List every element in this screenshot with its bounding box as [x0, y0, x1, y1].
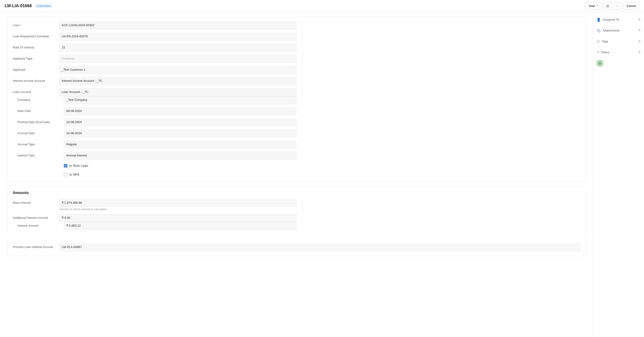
process-loan-row: Process Loan Interest Accrual LM-PLA-008… [13, 243, 580, 251]
tags-label: Tags [602, 40, 608, 43]
tags-icon: 🏷 [596, 40, 600, 43]
accrual-date-label: Accrual Date [18, 130, 62, 135]
start-date-value[interactable]: 06-08-2024 [64, 107, 296, 115]
posting-date-value[interactable]: 10-08-2024 [64, 118, 296, 126]
accrual-type-value[interactable]: Regular [64, 141, 296, 148]
rate-label: Rate Of Interest [13, 44, 57, 49]
assigned-to-add-icon[interactable]: + [638, 17, 641, 22]
additional-interest-value[interactable]: ₹ 0.00 [59, 214, 296, 222]
accrual-type-field-row: Accrual Type Regular [18, 141, 296, 148]
applicant-type-label: Applicant Type [13, 55, 57, 60]
interest-income-value[interactable]: Interest Income Account - _TC [59, 77, 296, 85]
status-badge: Submitted [35, 4, 52, 8]
view-button[interactable]: View ⌃ [585, 2, 602, 9]
main-content: Loan * ACC-LOAN-2024-00363 Loan Repaymen… [0, 12, 593, 336]
additional-interest-label: Additional Interest Amount [13, 214, 57, 220]
sidebar-item-attachments[interactable]: 📎 Attachments + [596, 27, 641, 34]
additional-interest-row: Additional Interest Amount ₹ 0.00 [13, 214, 296, 222]
checkmark-icon: ✓ [65, 164, 67, 167]
applicant-label: Applicant [13, 66, 57, 72]
interest-income-field-row: Interest Income Account Interest Income … [13, 77, 296, 85]
base-amount-row: Base Amount ₹ 1,974,356.86 Amount on whi… [13, 199, 296, 211]
loan-account-field-row: Loan Account Loan Account - _TC [13, 88, 296, 96]
accrual-type-label: Accrual Type [18, 141, 62, 146]
amounts-right-col: Interest Amount ₹ 5,950.12 [13, 222, 296, 230]
start-date-label: Start Date [18, 107, 62, 113]
interest-amount-label: Interest Amount [18, 222, 62, 227]
is-term-loan-spacer [18, 163, 62, 165]
applicant-value[interactable]: _Test Customer 1 [59, 66, 296, 74]
interest-type-field-row: Interest Type Normal Interest [18, 152, 296, 160]
is-term-loan-checkbox[interactable]: ✓ [64, 164, 68, 168]
base-amount-field-wrap: ₹ 1,974,356.86 Amount on which interest … [59, 199, 296, 211]
company-label: Company [18, 96, 62, 102]
repayment-field-row: Loan Repayment Schedule LN-RS-2024-00376 [13, 33, 296, 40]
sidebar-item-assigned-to[interactable]: 👤 Assigned To + [596, 16, 641, 23]
start-date-field-row: Start Date 06-08-2024 [18, 107, 296, 115]
loan-value[interactable]: ACC-LOAN-2024-00363 [59, 22, 296, 30]
amounts-form-grid: Base Amount ₹ 1,974,356.86 Amount on whi… [13, 199, 580, 230]
main-form-section: Loan * ACC-LOAN-2024-00363 Loan Repaymen… [7, 17, 586, 182]
repayment-label: Loan Repayment Schedule [13, 33, 57, 38]
posting-date-label: Posting Date (End Date) [18, 118, 62, 124]
accrual-date-value[interactable]: 10-08-2024 [64, 130, 296, 138]
is-npa-label: Is NPA [69, 173, 79, 176]
base-amount-hint: Amount on which interest is calculated [59, 208, 296, 211]
company-field-row: Company _Test Company [18, 96, 296, 104]
posting-date-field-row: Posting Date (End Date) 10-08-2024 [18, 118, 296, 126]
is-npa-checkbox[interactable] [64, 173, 68, 176]
cancel-button[interactable]: Cancel [623, 2, 639, 9]
sidebar-item-share[interactable]: ↗ Share + [596, 49, 641, 56]
right-form-col: Company _Test Company Start Date 06-08-2… [13, 96, 296, 177]
applicant-type-value[interactable]: Customer [59, 55, 296, 63]
interest-income-label: Interest Income Account [13, 77, 57, 82]
print-icon: ⎙ [607, 4, 609, 8]
avatar[interactable]: A [596, 60, 604, 67]
assigned-to-label: Assigned To [603, 18, 619, 21]
is-term-loan-label: Is Term Loan [69, 164, 88, 168]
process-loan-label: Process Loan Interest Accrual [13, 243, 57, 249]
page-layout: Loan * ACC-LOAN-2024-00363 Loan Repaymen… [0, 12, 644, 336]
page-title: LM-LIA-01668 [5, 4, 32, 8]
loan-account-label: Loan Account [13, 88, 57, 94]
amounts-divider [302, 199, 302, 222]
is-term-loan-checkbox-row[interactable]: ✓ Is Term Loan [64, 163, 88, 168]
share-label: Share [601, 50, 610, 54]
is-term-loan-row: ✓ Is Term Loan [18, 163, 296, 168]
page-header: LM-LIA-01668 Submitted View ⌃ ⎙ ··· Canc… [0, 0, 644, 12]
loan-account-value[interactable]: Loan Account - _TC [59, 88, 296, 96]
more-options-button[interactable]: ··· [613, 2, 621, 10]
repayment-value[interactable]: LN-RS-2024-00376 [59, 33, 296, 40]
base-amount-label: Base Amount [13, 199, 57, 204]
amounts-section: Amounts Base Amount ₹ 1,974,356.86 Amoun… [7, 186, 586, 235]
sidebar-item-tags[interactable]: 🏷 Tags + [596, 38, 641, 45]
attachments-icon: 📎 [596, 28, 601, 33]
print-button[interactable]: ⎙ [604, 2, 611, 10]
form-col-divider [302, 22, 302, 96]
applicant-type-field-row: Applicant Type Customer [13, 55, 296, 63]
loan-label: Loan * [13, 22, 57, 27]
is-npa-checkbox-row[interactable]: Is NPA [64, 172, 79, 177]
base-amount-value[interactable]: ₹ 1,974,356.86 [59, 199, 296, 207]
attachments-add-icon[interactable]: + [638, 28, 641, 33]
company-value[interactable]: _Test Company [64, 96, 296, 104]
assigned-to-icon: 👤 [596, 18, 601, 22]
accrual-date-field-row: Accrual Date 10-08-2024 [18, 130, 296, 138]
amounts-left-col: Base Amount ₹ 1,974,356.86 Amount on whi… [13, 199, 296, 222]
loan-field-row: Loan * ACC-LOAN-2024-00363 [13, 22, 296, 30]
share-add-icon[interactable]: + [638, 50, 641, 55]
ellipsis-icon: ··· [616, 4, 619, 8]
rate-field-row: Rate Of Interest 22 [13, 44, 296, 52]
interest-type-value[interactable]: Normal Interest [64, 152, 296, 160]
header-actions: View ⌃ ⎙ ··· Cancel [585, 2, 639, 10]
rate-value[interactable]: 22 [59, 44, 296, 52]
process-loan-value[interactable]: LM-PLA-00867 [59, 243, 580, 251]
process-section: Process Loan Interest Accrual LM-PLA-008… [7, 238, 586, 256]
sidebar: 👤 Assigned To + 📎 Attachments + 🏷 Tags +… [593, 12, 644, 336]
interest-type-label: Interest Type [18, 152, 62, 157]
form-grid: Loan * ACC-LOAN-2024-00363 Loan Repaymen… [13, 22, 580, 177]
tags-add-icon[interactable]: + [638, 39, 641, 44]
share-icon: ↗ [596, 50, 600, 54]
interest-amount-value[interactable]: ₹ 5,950.12 [64, 222, 296, 230]
is-npa-row: Is NPA [18, 172, 296, 177]
